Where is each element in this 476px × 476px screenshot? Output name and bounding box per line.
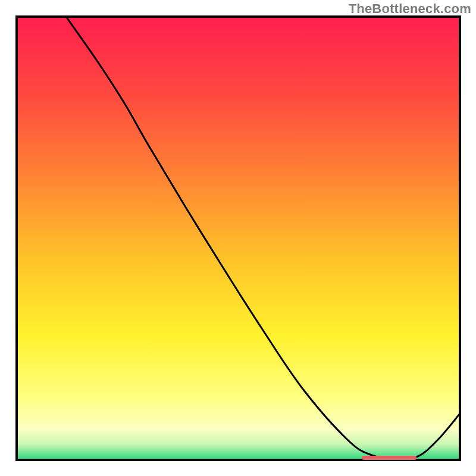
optimal-range-marker (362, 456, 416, 460)
chart-svg (0, 0, 476, 476)
chart-stage: TheBottleneck.com (0, 0, 476, 476)
gradient-background (17, 17, 460, 460)
watermark-label: TheBottleneck.com (349, 1, 471, 17)
